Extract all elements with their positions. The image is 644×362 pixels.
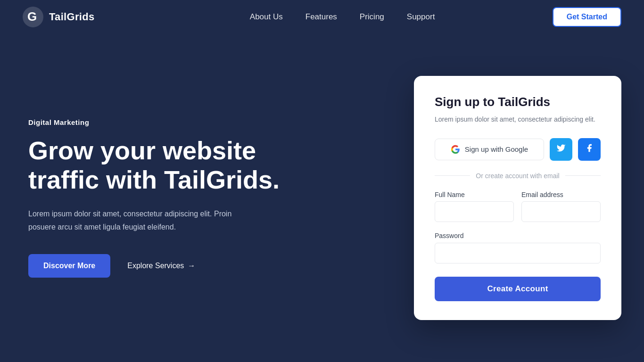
full-name-label: Full Name [435, 191, 514, 198]
facebook-signup-button[interactable] [578, 138, 601, 161]
signup-card: Sign up to TailGrids Lorem ipsum dolor s… [414, 76, 621, 320]
brand-name: TailGrids [49, 11, 94, 23]
nav-item-support[interactable]: Support [407, 12, 435, 22]
create-account-button[interactable]: Create Account [435, 277, 601, 301]
get-started-button[interactable]: Get Started [553, 7, 621, 27]
svg-text:G: G [27, 9, 37, 24]
divider-line-right [565, 175, 601, 176]
explore-services-link[interactable]: Explore Services → [127, 262, 195, 270]
name-email-row: Full Name Email address [435, 191, 601, 222]
nav-link-features[interactable]: Features [305, 12, 337, 21]
nav-links: About Us Features Pricing Support [250, 12, 435, 22]
twitter-signup-button[interactable] [550, 138, 572, 161]
password-input[interactable] [435, 243, 601, 263]
hero-heading: Grow your website traffic with TailGrids… [28, 136, 292, 194]
password-label: Password [435, 232, 463, 239]
nav-item-features[interactable]: Features [305, 12, 337, 22]
explore-services-label: Explore Services [127, 262, 184, 270]
brand-logo-icon: G [23, 7, 43, 27]
nav-brand: G TailGrids [23, 7, 94, 27]
main-content: Digital Marketing Grow your website traf… [0, 34, 644, 362]
discover-more-button[interactable]: Discover More [28, 254, 110, 278]
nav-link-support[interactable]: Support [407, 12, 435, 21]
signup-title: Sign up to TailGrids [435, 95, 601, 109]
email-group: Email address [521, 191, 601, 222]
nav-link-pricing[interactable]: Pricing [360, 12, 384, 21]
hero-section: Digital Marketing Grow your website traf… [28, 118, 292, 278]
google-icon [451, 145, 460, 154]
nav-item-pricing[interactable]: Pricing [360, 12, 384, 22]
hero-tag: Digital Marketing [28, 118, 292, 126]
google-signup-label: Sign up with Google [465, 145, 528, 153]
full-name-input[interactable] [435, 201, 514, 222]
nav-item-about[interactable]: About Us [250, 12, 283, 22]
social-buttons: Sign up with Google [435, 138, 601, 161]
divider-text: Or create account with email [476, 172, 559, 180]
facebook-icon [585, 143, 594, 155]
hero-actions: Discover More Explore Services → [28, 254, 292, 278]
signup-subtitle: Lorem ipsum dolor sit amet, consectetur … [435, 114, 601, 124]
email-label: Email address [521, 191, 601, 198]
full-name-group: Full Name [435, 191, 514, 222]
twitter-icon [556, 143, 566, 155]
divider-line-left [435, 175, 470, 176]
hero-description: Lorem ipsum dolor sit amet, consectetur … [28, 207, 255, 233]
arrow-icon: → [188, 262, 195, 270]
google-signup-button[interactable]: Sign up with Google [435, 139, 544, 160]
password-group: Password [435, 231, 601, 263]
nav-link-about[interactable]: About Us [250, 12, 283, 21]
navbar: G TailGrids About Us Features Pricing Su… [0, 0, 644, 34]
divider: Or create account with email [435, 172, 601, 180]
email-input[interactable] [521, 201, 601, 222]
